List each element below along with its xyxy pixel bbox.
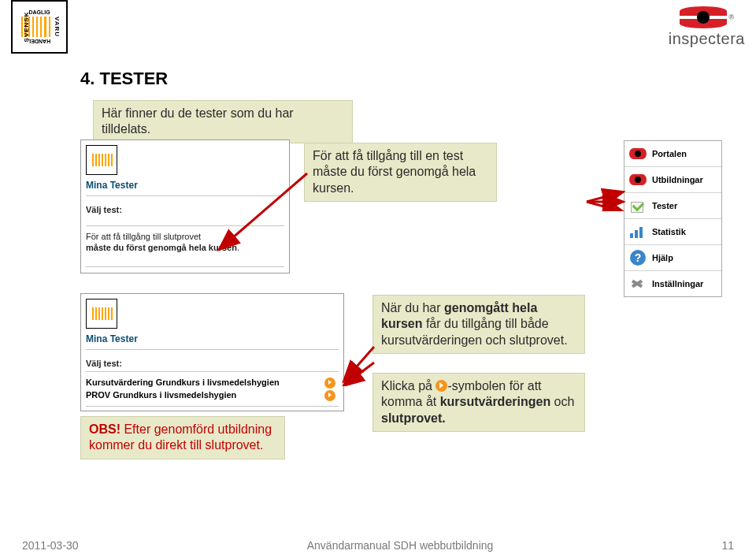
callout-intro: Här finner du de tester som du har tilld… (93, 100, 353, 143)
arrow-annotation-icon (299, 339, 378, 386)
info-line1: För att få tillgång till slutprovet (86, 232, 201, 241)
eye-icon (680, 5, 727, 30)
panel-title: Mina Tester (86, 180, 138, 191)
callout-click-c: kursutvärderingen (440, 395, 550, 408)
nav-item-hjalp[interactable]: ? Hjälp (624, 244, 721, 270)
callout-click-symbol: Klicka på -symbolen för att komma åt kur… (372, 373, 585, 432)
footer-title: Användarmanual SDH webbutbildning (307, 539, 494, 552)
nav-item-installningar[interactable]: Inställningar (624, 270, 721, 296)
inspectera-logo: ® inspectera (669, 5, 745, 48)
sdh-logo: SVENSK VARU DAGLIG HANDEL (11, 0, 68, 54)
callout-click-d: och (550, 395, 574, 408)
eye-icon (629, 171, 647, 188)
nav-label: Portalen (652, 149, 687, 158)
callout-click-e: slutprovet. (381, 411, 446, 425)
sdh-mini-logo (86, 299, 117, 329)
callout-obs: OBS! Efter genomförd utbildning kommer d… (80, 416, 285, 459)
nav-label: Statistik (652, 227, 686, 236)
svg-line-5 (587, 202, 621, 211)
nav-label: Utbildningar (652, 175, 703, 184)
page-footer: 2011-03-30 Användarmanual SDH webbutbild… (0, 539, 756, 552)
test-row-kursutvardering[interactable]: Kursutvärdering Grundkurs i livsmedelshy… (86, 378, 280, 387)
eye-icon (629, 145, 647, 162)
divider (86, 406, 339, 407)
section-heading: 4. TESTER (80, 69, 168, 89)
nav-label: Tester (652, 201, 677, 210)
svg-line-0 (220, 173, 307, 248)
nav-label: Inställningar (652, 279, 703, 288)
nav-item-utbildningar[interactable]: Utbildningar (624, 166, 721, 192)
sdh-logo-bottom-text: HANDEL (28, 39, 50, 44)
footer-page-number: 11 (721, 539, 734, 552)
nav-item-statistik[interactable]: Statistik (624, 218, 721, 244)
test-row-prov[interactable]: PROV Grundkurs i livsmedelshygien (86, 390, 236, 400)
help-icon: ? (629, 249, 647, 266)
nav-label: Hjälp (652, 253, 673, 262)
bar-chart-icon (629, 223, 647, 240)
callout-access-note: För att få tillgång till en test måste d… (304, 143, 497, 202)
callout-obs-a: OBS! (89, 422, 120, 436)
nav-item-tester[interactable]: Tester (624, 192, 721, 218)
sdh-logo-side-right: VARU (54, 17, 60, 37)
sdh-mini-logo (86, 145, 117, 175)
panel-title: Mina Tester (86, 333, 138, 344)
checkmark-icon (629, 197, 647, 214)
sdh-logo-top-text: DAGLIG (28, 9, 50, 15)
callout-completed: När du har genomgått hela kursen får du … (372, 295, 585, 354)
divider (86, 266, 284, 267)
inspectera-wordmark: inspectera (669, 30, 745, 48)
svg-line-3 (587, 192, 621, 202)
label-valj-test: Välj test: (86, 205, 122, 214)
nav-menu: Portalen Utbildningar Tester Statistik ?… (624, 140, 722, 297)
arrow-annotation-icon (213, 169, 315, 264)
arrow-annotation-icon (585, 188, 628, 211)
arrow-circle-icon[interactable] (324, 390, 335, 401)
footer-date: 2011-03-30 (22, 539, 79, 552)
nav-item-portalen[interactable]: Portalen (624, 141, 721, 166)
arrow-circle-icon (435, 380, 447, 392)
registered-mark: ® (729, 13, 735, 21)
settings-icon (629, 275, 647, 292)
label-valj-test: Välj test: (86, 359, 122, 368)
callout-click-a: Klicka på (381, 379, 435, 392)
callout-completed-prefix: När du har (381, 301, 444, 314)
sdh-logo-side-left: SVENSK (24, 12, 30, 43)
